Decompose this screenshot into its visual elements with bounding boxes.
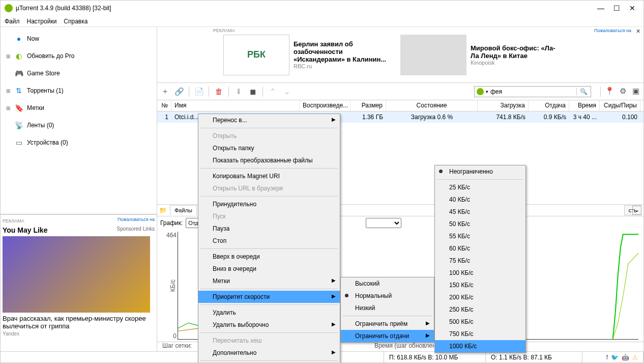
ad-label: РЕКЛАМА <box>213 28 235 33</box>
menu-item[interactable]: Стоп <box>198 235 340 247</box>
ad-complain-link[interactable]: Пожаловаться на <box>118 217 155 222</box>
menu-item[interactable]: 50 КБ/с <box>435 218 525 230</box>
search-engine-icon[interactable] <box>477 88 484 95</box>
facebook-icon[interactable]: f <box>606 354 608 361</box>
sidebar-item-4[interactable]: ⊞ 🔖 Метки <box>1 99 157 117</box>
menu-item[interactable]: 40 КБ/с <box>435 193 525 206</box>
ad-close-icon[interactable]: ✕ <box>636 28 640 35</box>
remote-icon[interactable]: 📍 <box>605 87 614 96</box>
start-icon[interactable]: ⬇ <box>234 87 243 96</box>
menu-item[interactable]: Принудительно <box>198 198 340 210</box>
col-status[interactable]: Состояние <box>386 100 478 111</box>
ad-block-2[interactable]: Мировой бокс-офис: «Ла-Ла Ленд» в Китае … <box>400 35 562 75</box>
menu-item[interactable]: 1000 КБ/с <box>435 340 525 352</box>
ad-title[interactable]: Врач рассказал, как премьер-министру ско… <box>3 315 155 330</box>
col-play[interactable]: Воспроизведе... <box>300 100 350 111</box>
sidebar-item-2[interactable]: 🎮 Game Store <box>1 65 157 82</box>
menu-item[interactable]: Удалить <box>198 306 340 319</box>
dropdown-icon[interactable]: ▾ <box>486 89 490 94</box>
warning-icon[interactable]: ⚠ <box>632 354 638 361</box>
tabs-dropdown-button[interactable]: ⌄ <box>632 206 641 215</box>
menu-item[interactable]: 100 КБ/с <box>435 267 525 279</box>
menu-item: Открыть <box>198 130 340 142</box>
sidebar-label: Устройства (0) <box>27 139 68 146</box>
menu-settings[interactable]: Настройки <box>27 18 57 25</box>
sidebar-item-6[interactable]: ▭ Устройства (0) <box>1 134 157 151</box>
menu-item[interactable]: Вверх в очереди <box>198 250 340 263</box>
col-upload[interactable]: Отдача <box>529 100 569 111</box>
menu-item[interactable]: Открыть папку <box>198 142 340 154</box>
menu-item[interactable]: Низкий <box>341 302 434 314</box>
add-url-icon[interactable]: 🔗 <box>174 87 184 96</box>
twitter-icon[interactable]: 🐦 <box>611 354 619 361</box>
android-icon[interactable]: 🤖 <box>622 354 629 361</box>
maximize-button[interactable]: ☐ <box>613 4 620 12</box>
move-up-icon[interactable]: ⌃ <box>268 87 277 96</box>
settings-icon[interactable]: ⚙ <box>618 87 627 96</box>
x-step-label: Шаг сетки: <box>162 342 192 351</box>
menu-item[interactable]: Приоритет скорости▶ <box>198 291 340 303</box>
stop-icon[interactable]: ◼ <box>248 87 257 96</box>
window-title: µTorrent 3.4.9 (build 43388) [32-bit] <box>16 5 111 12</box>
expand-icon[interactable]: ⊞ <box>6 53 11 59</box>
ad-image[interactable] <box>3 236 150 313</box>
menu-item[interactable]: Нормальный <box>341 290 434 302</box>
col-num[interactable]: № <box>157 100 171 111</box>
menu-item[interactable]: 200 КБ/с <box>435 291 525 303</box>
titlebar: µTorrent 3.4.9 (build 43388) [32-bit] — … <box>1 1 643 16</box>
col-name[interactable]: Имя <box>171 100 300 111</box>
ad-complain-link[interactable]: Пожаловаться на <box>594 28 631 33</box>
expand-icon[interactable]: ▣ <box>631 87 640 96</box>
move-down-icon[interactable]: ⌄ <box>282 87 291 96</box>
radio-dot-icon <box>439 170 443 173</box>
menu-item[interactable]: 750 КБ/с <box>435 328 525 340</box>
ad-title: Берлин заявил об озабоченности «Искандер… <box>294 40 395 63</box>
menu-item[interactable]: Копировать Magnet URI <box>198 170 340 182</box>
sidebar-item-0[interactable]: ● Now <box>1 30 157 47</box>
search-icon[interactable]: 🔍 <box>576 88 591 95</box>
menu-item[interactable]: 60 КБ/с <box>435 242 525 255</box>
menu-item[interactable]: Ограничить отдачи▶ <box>341 330 434 342</box>
menu-item[interactable]: Показать преобразованные файлы <box>198 154 340 166</box>
menu-item[interactable]: Пауза <box>198 222 340 235</box>
sidebar-item-5[interactable]: 📡 Ленты (0) <box>1 117 157 134</box>
col-peers[interactable]: Сиды/Пиры <box>600 100 640 111</box>
sidebar-item-3[interactable]: ⊞ ⇅ Торренты (1) <box>1 82 157 99</box>
menu-item[interactable]: 500 КБ/с <box>435 316 525 328</box>
sidebar-ad: РЕКЛАМА Пожаловаться на You May Like Spo… <box>1 214 157 351</box>
col-time[interactable]: Время <box>569 100 600 111</box>
menu-item[interactable]: Дополнительно▶ <box>198 347 340 359</box>
menu-item[interactable]: Ограничить приём▶ <box>341 318 434 330</box>
menu-item[interactable]: Высокий <box>341 277 434 290</box>
menu-item[interactable]: Перенос в...▶ <box>198 114 340 126</box>
menu-item[interactable]: 45 КБ/с <box>435 206 525 218</box>
menu-item[interactable]: Удалить выборочно▶ <box>198 319 340 331</box>
delete-icon[interactable]: 🗑 <box>214 87 223 96</box>
close-button[interactable]: ✕ <box>629 4 635 12</box>
menu-help[interactable]: Справка <box>64 18 87 25</box>
menu-item[interactable]: 55 КБ/с <box>435 230 525 242</box>
menu-item[interactable]: 150 КБ/с <box>435 279 525 291</box>
col-download[interactable]: Загрузка <box>478 100 529 111</box>
menu-item[interactable]: 25 КБ/с <box>435 181 525 193</box>
menu-item[interactable]: 75 КБ/с <box>435 255 525 267</box>
search-input[interactable] <box>490 88 576 95</box>
menu-item[interactable]: Вниз в очереди <box>198 263 340 275</box>
ad-block-1[interactable]: РБК Берлин заявил об озабоченности «Иска… <box>223 35 395 75</box>
menu-item: Пересчитать хеш <box>198 334 340 347</box>
menu-item[interactable]: Метки▶ <box>198 275 340 287</box>
add-torrent-icon[interactable]: ＋ <box>160 87 169 96</box>
expand-icon[interactable]: ⊞ <box>6 105 11 111</box>
create-torrent-icon[interactable]: 📄 <box>194 87 203 96</box>
minimize-button[interactable]: — <box>597 4 604 12</box>
col-size[interactable]: Размер <box>350 100 386 111</box>
y-label: КБ/с <box>169 280 177 292</box>
menu-file[interactable]: Файл <box>5 18 20 25</box>
sidebar-item-1[interactable]: ⊞ ◐ Обновить до Pro <box>1 47 157 65</box>
menu-item[interactable]: Неограниченно <box>435 165 525 178</box>
expand-icon[interactable]: ⊞ <box>6 88 11 94</box>
submenu-arrow-icon: ▶ <box>426 332 430 338</box>
graph-select-2[interactable] <box>366 218 401 228</box>
tab-files[interactable]: Файлы <box>170 205 197 215</box>
menu-item[interactable]: 250 КБ/с <box>435 303 525 316</box>
